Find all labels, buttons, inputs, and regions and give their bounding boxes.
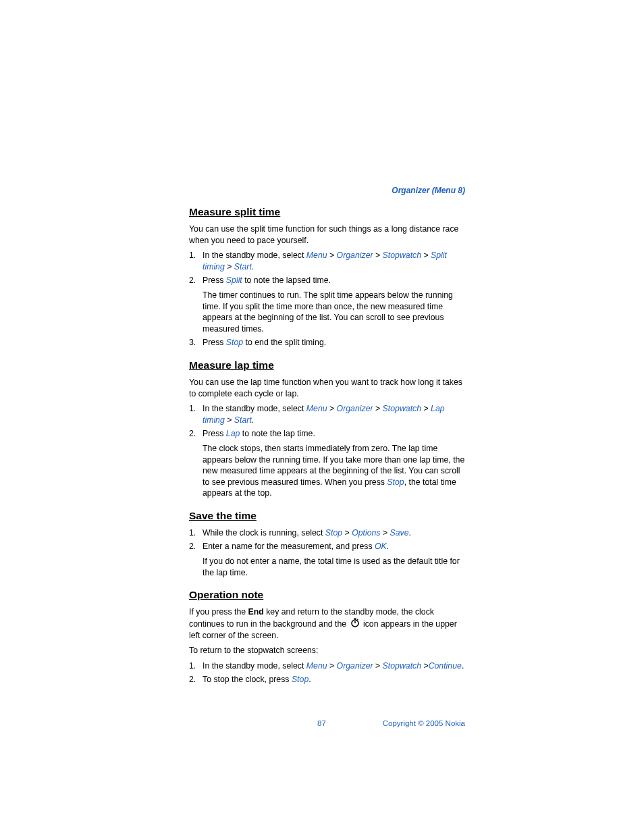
text: In the standby mode, select	[203, 661, 306, 671]
text: .	[387, 542, 389, 551]
split-step-3: Press Stop to end the split timing.	[189, 337, 465, 348]
svg-line-4	[357, 619, 358, 620]
lap-link[interactable]: Lap	[226, 429, 240, 438]
organizer-link[interactable]: Organizer	[337, 661, 373, 671]
heading-measure-lap-time: Measure lap time	[189, 359, 465, 371]
split-step-2-note: The timer continues to run. The split ti…	[203, 290, 465, 334]
menu-link[interactable]: Menu	[306, 404, 327, 413]
page-footer: 87 Copyright © 2005 Nokia	[189, 719, 465, 727]
heading-save-the-time: Save the time	[189, 510, 465, 522]
stop-link[interactable]: Stop	[325, 528, 342, 538]
end-key: End	[248, 607, 264, 617]
text: to note the lap time.	[240, 429, 315, 438]
opnote-p1: If you press the End key and return to t…	[189, 606, 465, 642]
split-step-1: In the standby mode, select Menu > Organ…	[189, 250, 465, 272]
lap-steps: In the standby mode, select Menu > Organ…	[189, 403, 465, 499]
save-steps: While the clock is running, select Stop …	[189, 527, 465, 578]
text: Press	[203, 338, 226, 347]
lap-step-2: Press Lap to note the lap time. The cloc…	[189, 428, 465, 499]
menu-link[interactable]: Menu	[306, 251, 327, 260]
text: to end the split timing.	[243, 338, 326, 347]
split-steps: In the standby mode, select Menu > Organ…	[189, 250, 465, 348]
sep: >	[225, 262, 234, 271]
page-number: 87	[317, 719, 326, 727]
heading-operation-note: Operation note	[189, 589, 465, 601]
header-breadcrumb: Organizer (Menu 8)	[189, 186, 465, 195]
save-step-2: Enter a name for the measurement, and pr…	[189, 541, 465, 578]
stopwatch-link[interactable]: Stopwatch	[383, 404, 421, 413]
document-page: Organizer (Menu 8) Measure split time Yo…	[0, 0, 644, 768]
lap-step-2-note: The clock stops, then starts immediately…	[203, 443, 465, 499]
heading-measure-split-time: Measure split time	[189, 206, 465, 218]
text: to note the lapsed time.	[242, 276, 331, 285]
text: .	[252, 262, 254, 271]
save-step-2-note: If you do not enter a name, the total ti…	[203, 556, 465, 578]
split-link[interactable]: Split	[226, 276, 242, 285]
copyright: Copyright © 2005 Nokia	[383, 719, 465, 727]
sep: >	[373, 404, 383, 413]
opnote-p2: To return to the stopwatch screens:	[189, 645, 465, 656]
lap-intro: You can use the lap time function when y…	[189, 377, 465, 399]
sep: >	[421, 404, 431, 413]
opnote-step-2: To stop the clock, press Stop.	[189, 674, 465, 685]
stopwatch-link[interactable]: Stopwatch	[383, 661, 421, 671]
stopwatch-link[interactable]: Stopwatch	[383, 251, 421, 260]
stop-link[interactable]: Stop	[292, 675, 308, 684]
organizer-link[interactable]: Organizer	[337, 251, 373, 260]
text: .	[308, 675, 311, 684]
options-link[interactable]: Options	[352, 528, 380, 538]
text: .	[462, 661, 464, 671]
opnote-step-1: In the standby mode, select Menu > Organ…	[189, 660, 465, 672]
sep: >	[421, 251, 431, 260]
save-step-1: While the clock is running, select Stop …	[189, 527, 465, 539]
sep: >	[381, 528, 390, 538]
split-step-2: Press Split to note the lapsed time. The…	[189, 275, 465, 334]
sep: >	[373, 251, 383, 260]
start-link[interactable]: Start	[234, 415, 252, 425]
text: Enter a name for the measurement, and pr…	[203, 542, 375, 551]
text: .	[252, 415, 254, 425]
sep: >	[327, 661, 337, 671]
text: If you press the	[189, 607, 248, 617]
start-link[interactable]: Start	[234, 262, 252, 271]
text: To stop the clock, press	[203, 675, 292, 684]
split-intro: You can use the split time function for …	[189, 224, 465, 246]
stop-link[interactable]: Stop	[387, 477, 404, 487]
ok-link[interactable]: OK	[375, 542, 387, 551]
sep: >	[327, 251, 337, 260]
opnote-steps: In the standby mode, select Menu > Organ…	[189, 660, 465, 685]
text: In the standby mode, select	[203, 251, 306, 260]
sep: >	[327, 404, 337, 413]
text: While the clock is running, select	[203, 528, 325, 538]
sep: >	[342, 528, 352, 538]
menu-link[interactable]: Menu	[306, 661, 327, 671]
text: Press	[203, 429, 226, 438]
sep: >	[373, 661, 383, 671]
save-link[interactable]: Save	[390, 528, 409, 538]
sep: >	[421, 661, 429, 671]
lap-step-1: In the standby mode, select Menu > Organ…	[189, 403, 465, 425]
organizer-link[interactable]: Organizer	[337, 404, 373, 413]
continue-link[interactable]: Continue	[429, 661, 462, 671]
text: Press	[203, 276, 226, 285]
sep: >	[225, 415, 234, 425]
text: .	[409, 528, 411, 538]
text: In the standby mode, select	[203, 404, 306, 413]
stop-link[interactable]: Stop	[226, 338, 243, 347]
stopwatch-icon	[350, 618, 360, 631]
